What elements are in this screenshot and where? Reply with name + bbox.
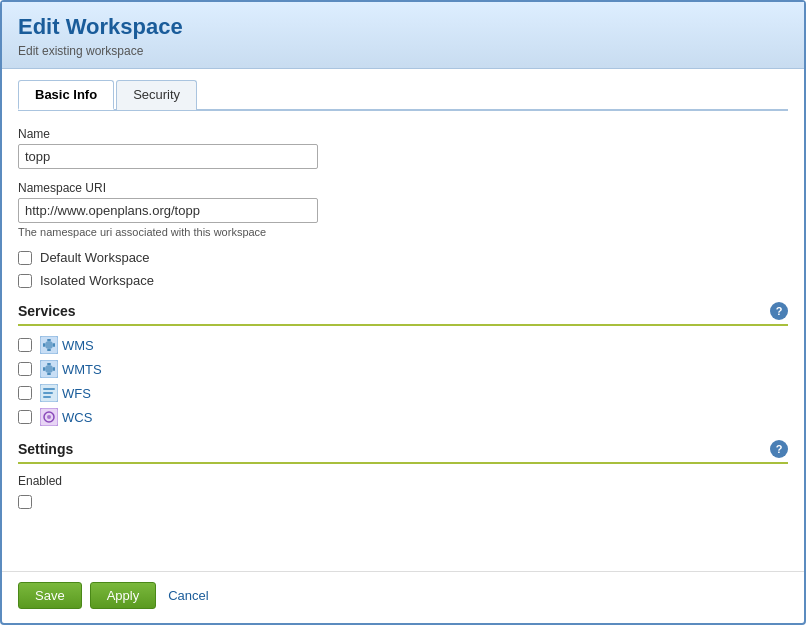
- namespace-hint: The namespace uri associated with this w…: [18, 226, 788, 238]
- isolated-workspace-label: Isolated Workspace: [40, 273, 154, 288]
- svg-point-18: [47, 415, 51, 419]
- svg-point-1: [45, 341, 53, 349]
- service-wms-row: WMS: [18, 336, 788, 354]
- page-footer: Save Apply Cancel: [2, 571, 804, 623]
- apply-button[interactable]: Apply: [90, 582, 157, 609]
- svg-rect-3: [47, 349, 51, 351]
- namespace-label: Namespace URI: [18, 181, 788, 195]
- service-wms-link[interactable]: WMS: [62, 338, 94, 353]
- namespace-input[interactable]: [18, 198, 318, 223]
- page-content: Basic Info Security Name Namespace URI T…: [2, 69, 804, 571]
- service-wmts-link[interactable]: WMTS: [62, 362, 102, 377]
- default-workspace-row: Default Workspace: [18, 250, 788, 265]
- svg-rect-4: [43, 343, 45, 347]
- cancel-button[interactable]: Cancel: [164, 583, 212, 608]
- name-input[interactable]: [18, 144, 318, 169]
- settings-section-header: Settings ?: [18, 440, 788, 464]
- wms-icon: [40, 336, 58, 354]
- save-button[interactable]: Save: [18, 582, 82, 609]
- svg-rect-14: [43, 392, 53, 394]
- wmts-icon: [40, 360, 58, 378]
- tab-security[interactable]: Security: [116, 80, 197, 110]
- service-wfs-link[interactable]: WFS: [62, 386, 91, 401]
- default-workspace-checkbox[interactable]: [18, 251, 32, 265]
- settings-info-icon[interactable]: ?: [770, 440, 788, 458]
- dialog-header: Edit Workspace Edit existing workspace: [2, 2, 804, 69]
- basic-info-form: Name Namespace URI The namespace uri ass…: [18, 111, 788, 524]
- service-wmts-row: WMTS: [18, 360, 788, 378]
- services-info-icon[interactable]: ?: [770, 302, 788, 320]
- tab-bar: Basic Info Security: [18, 79, 788, 111]
- isolated-workspace-checkbox[interactable]: [18, 274, 32, 288]
- svg-rect-2: [47, 339, 51, 341]
- wfs-icon: [40, 384, 58, 402]
- name-label: Name: [18, 127, 788, 141]
- page-title: Edit Workspace: [18, 14, 788, 40]
- svg-rect-10: [43, 367, 45, 371]
- svg-point-7: [45, 365, 53, 373]
- svg-rect-15: [43, 396, 51, 398]
- tab-basic-info[interactable]: Basic Info: [18, 80, 114, 110]
- svg-rect-5: [53, 343, 55, 347]
- enabled-field-group: Enabled: [18, 474, 788, 512]
- edit-workspace-dialog: Edit Workspace Edit existing workspace B…: [0, 0, 806, 625]
- service-wfs-row: WFS: [18, 384, 788, 402]
- svg-rect-9: [47, 373, 51, 375]
- enabled-label: Enabled: [18, 474, 788, 488]
- service-wms-checkbox[interactable]: [18, 338, 32, 352]
- services-title: Services: [18, 303, 76, 319]
- svg-rect-11: [53, 367, 55, 371]
- svg-rect-13: [43, 388, 55, 390]
- service-wmts-checkbox[interactable]: [18, 362, 32, 376]
- default-workspace-label: Default Workspace: [40, 250, 150, 265]
- services-section-header: Services ?: [18, 302, 788, 326]
- settings-title: Settings: [18, 441, 73, 457]
- name-field-group: Name: [18, 127, 788, 169]
- wcs-icon: [40, 408, 58, 426]
- enabled-checkbox[interactable]: [18, 495, 32, 509]
- svg-rect-8: [47, 363, 51, 365]
- namespace-field-group: Namespace URI The namespace uri associat…: [18, 181, 788, 238]
- service-wfs-checkbox[interactable]: [18, 386, 32, 400]
- page-subtitle: Edit existing workspace: [18, 44, 788, 58]
- service-wcs-row: WCS: [18, 408, 788, 426]
- isolated-workspace-row: Isolated Workspace: [18, 273, 788, 288]
- service-wcs-checkbox[interactable]: [18, 410, 32, 424]
- service-wcs-link[interactable]: WCS: [62, 410, 92, 425]
